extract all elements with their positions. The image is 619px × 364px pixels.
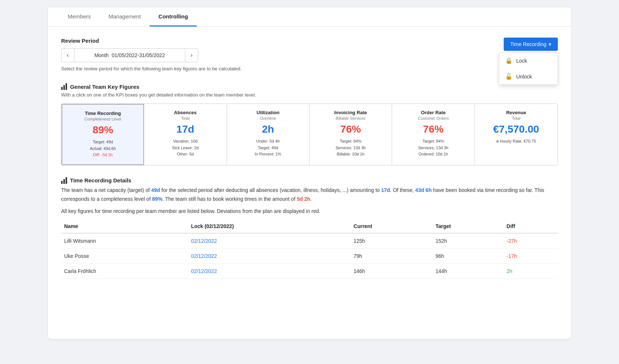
time-recording-table: Name Lock (02/12/2022) Current Target Di… <box>61 220 558 279</box>
time-recording-details-section: Time Recording Details The team has a ne… <box>61 177 558 279</box>
details-highlight-17d: 17d <box>381 187 390 193</box>
kpi-box-3-subtitle: Overtime <box>232 116 304 120</box>
kpi-grid: Time Recording Completeness Level 89% Ta… <box>61 104 558 165</box>
kpi-box-2-title: Absences <box>149 110 221 115</box>
kpi-box-6-title: Revenue <box>480 110 552 115</box>
dropdown-item-lock[interactable]: 🔒 Lock <box>499 53 557 69</box>
table-header: Name Lock (02/12/2022) Current Target Di… <box>61 220 558 233</box>
period-label: Month <box>94 52 109 58</box>
dropdown-arrow-icon: ▾ <box>549 41 551 47</box>
kpi-box-order-rate[interactable]: Order Rate Customer Orders 76% Target: 9… <box>392 104 475 165</box>
period-hint: Select the review period for which the f… <box>61 66 558 71</box>
details-highlight-5d2h: 5d 2h <box>297 196 310 202</box>
kpi-box-3-details: Under: 5d 4h Target: 49d In Percent: 1% <box>232 138 304 158</box>
kpi-box-1-value: 89% <box>67 124 138 136</box>
kpi-box-3-title: Utilization <box>232 110 304 115</box>
kpi-box-4-details: Target: 94% Services: 13d 3h Billable: 1… <box>315 138 387 158</box>
dropdown-item-unlock[interactable]: 🔓 Unlock <box>499 69 557 84</box>
kpi-box-5-detail-3: Ordered: 10d 1h <box>397 151 469 158</box>
unlock-label: Unlock <box>516 74 532 80</box>
time-recording-btn-container: Time Recording ▾ 🔒 Lock 🔓 Unlock <box>504 38 558 51</box>
kpi-box-6-subtitle: Total <box>480 116 552 120</box>
row3-lock[interactable]: 02/12/2022 <box>188 264 351 279</box>
row2-current: 79h <box>351 249 433 264</box>
time-recording-details-title-row: Time Recording Details <box>61 177 558 184</box>
row1-target: 152h <box>433 233 504 249</box>
row1-current: 125h <box>351 233 433 249</box>
row3-name: Carla Fröhlich <box>61 264 188 279</box>
details-para-2: All key figures for time recording per t… <box>61 207 558 216</box>
row3-target: 144h <box>433 264 504 279</box>
kpi-box-3-detail-1: Under: 5d 4h <box>232 138 304 145</box>
kpi-box-4-detail-1: Target: 94% <box>315 138 387 145</box>
kpi-box-1-details: Target: 49d Actual: 43d 6h Diff: -5d 2h <box>67 139 138 158</box>
kpi-box-4-subtitle: Billable Services <box>315 116 387 120</box>
tab-controlling[interactable]: Controlling <box>150 7 197 27</box>
details-highlight-89pct: 89% <box>152 196 162 202</box>
row1-lock[interactable]: 02/12/2022 <box>188 233 351 249</box>
time-recording-button[interactable]: Time Recording ▾ <box>504 38 558 51</box>
kpi-box-utilization[interactable]: Utilization Overtime 2h Under: 5d 4h Tar… <box>227 104 310 165</box>
kpi-box-2-details: Vacation: 10d Sick Leave: 2d Other: 5d <box>149 138 221 158</box>
kpi-box-1-detail-2: Actual: 43d 6h <box>67 146 138 152</box>
period-prev-button[interactable]: ‹ <box>61 48 74 62</box>
table-row: Uke Posse 02/12/2022 79h 96h -17h <box>61 249 558 264</box>
bar-chart-icon <box>61 83 67 90</box>
kpi-box-5-value: 76% <box>397 123 469 135</box>
lock-red-icon: 🔓 <box>505 73 513 80</box>
col-lock: Lock (02/12/2022) <box>188 220 351 233</box>
kpi-box-3-detail-2: Target: 49d <box>232 145 304 151</box>
kpi-box-revenue[interactable]: Revenue Total €7,570.00 ø Hourly Rate: €… <box>475 104 557 165</box>
period-value: 01/05/2022-31/05/2022 <box>112 52 165 58</box>
table-row: Lilli Witsmann 02/12/2022 125h 152h -27h <box>61 233 558 249</box>
col-target: Target <box>433 220 504 233</box>
bar-chart-icon-2 <box>61 177 67 184</box>
kpi-box-invoicing-rate[interactable]: Invoicing Rate Billable Services 76% Tar… <box>310 104 392 165</box>
kpi-box-5-detail-1: Target: 94% <box>397 138 469 145</box>
row2-name: Uke Posse <box>61 249 188 264</box>
kpi-box-3-value: 2h <box>232 123 304 135</box>
lock-label: Lock <box>516 58 527 64</box>
period-next-button[interactable]: › <box>185 48 198 62</box>
kpi-box-1-title: Time Recording <box>67 111 138 116</box>
lock-green-icon: 🔒 <box>505 57 513 64</box>
kpi-box-5-detail-2: Services: 13d 3h <box>397 145 469 151</box>
kpi-box-1-detail-3: Diff: -5d 2h <box>67 152 138 158</box>
row2-lock[interactable]: 02/12/2022 <box>188 249 351 264</box>
kpi-section: General Team Key Figures With a click on… <box>61 83 558 165</box>
time-recording-btn-label: Time Recording <box>510 41 546 47</box>
kpi-section-title-row: General Team Key Figures <box>61 83 558 90</box>
kpi-box-1-detail-1: Target: 49d <box>67 139 138 146</box>
kpi-box-6-detail-1: ø Hourly Rate: €70.75 <box>480 138 552 145</box>
details-highlight-43d6h: 43d 6h <box>415 187 431 193</box>
col-diff: Diff <box>504 220 558 233</box>
kpi-box-6-details: ø Hourly Rate: €70.75 <box>480 138 552 145</box>
kpi-box-2-subtitle: Total <box>149 116 221 120</box>
col-name: Name <box>61 220 188 233</box>
row2-diff: -17h <box>504 249 558 264</box>
kpi-box-1-subtitle: Completeness Level <box>67 117 138 121</box>
period-row: ‹ Month 01/05/2022-31/05/2022 › <box>61 48 558 62</box>
time-recording-details-title: Time Recording Details <box>70 177 131 183</box>
row3-diff: 2h <box>504 264 558 279</box>
kpi-box-5-details: Target: 94% Services: 13d 3h Ordered: 10… <box>397 138 469 158</box>
review-period-title: Review Period <box>61 38 558 44</box>
row1-name: Lilli Witsmann <box>61 233 188 249</box>
kpi-box-4-detail-2: Services: 13d 3h <box>315 145 387 151</box>
kpi-box-time-recording[interactable]: Time Recording Completeness Level 89% Ta… <box>62 104 144 165</box>
period-display: Month 01/05/2022-31/05/2022 <box>74 48 185 62</box>
details-para1-text3: . Of these, <box>390 187 415 193</box>
tab-management[interactable]: Management <box>100 7 150 27</box>
kpi-box-3-detail-3: In Percent: 1% <box>232 151 304 158</box>
kpi-box-5-subtitle: Customer Orders <box>397 116 469 120</box>
details-para1-text5: . The team still has to book working tim… <box>162 196 297 202</box>
table-body: Lilli Witsmann 02/12/2022 125h 152h -27h… <box>61 233 558 279</box>
row1-diff: -27h <box>504 233 558 249</box>
details-para1-text2: for the selected period after deducting … <box>160 187 381 193</box>
kpi-box-absences[interactable]: Absences Total 17d Vacation: 10d Sick Le… <box>144 104 227 165</box>
details-para-1: The team has a net capacity (target) of … <box>61 186 558 204</box>
kpi-box-5-title: Order Rate <box>397 110 469 115</box>
details-para1-end: . <box>310 196 312 202</box>
tab-members[interactable]: Members <box>59 7 100 27</box>
kpi-box-4-value: 76% <box>315 123 387 135</box>
